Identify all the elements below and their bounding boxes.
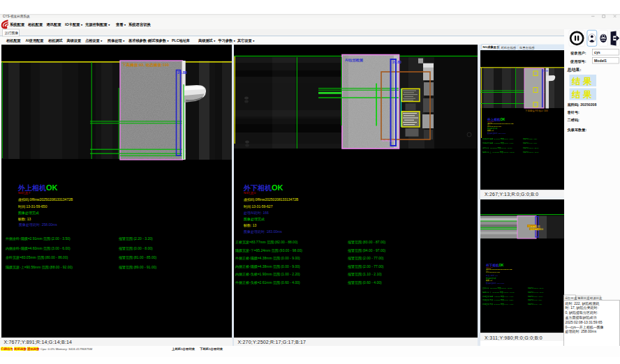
svg-text:报警范围:(2.00 - 77.00): 报警范围:(2.00 - 77.00): [348, 264, 384, 269]
svg-text:外侧余料-隔膜=2.91mm 范围:(2.00 - 3.50: 外侧余料-隔膜=2.91mm 范围:(2.00 - 3.50): [482, 137, 514, 140]
svg-text:报警范围:(0.00 - 8.00): 报警范围:(0.00 - 8.00): [523, 142, 538, 144]
svg-text:IO卡配置 ▾: IO卡配置 ▾: [65, 22, 83, 27]
svg-text:图像处理耗时: 183.00ms: 图像处理耗时: 183.00ms: [244, 229, 282, 234]
svg-text:登录用户:: 登录用户:: [570, 51, 586, 56]
svg-text:隔膜宽度-下=95.24mm 范围:(93.00 - 98.: 隔膜宽度-下=95.24mm 范围:(93.00 - 98.00): [482, 291, 515, 294]
svg-text:报警范围:(94.00 - 97.00): 报警范围:(94.00 - 97.00): [348, 248, 386, 253]
svg-text:AI拉丝检测: AI拉丝检测: [345, 58, 363, 63]
svg-text:下高阈值:93, 动态阈值:100: 下高阈值:93, 动态阈值:100: [121, 63, 169, 68]
svg-text:高级设置: 高级设置: [67, 38, 82, 43]
svg-text:底料码: 20250208: 底料码: 20250208: [567, 103, 597, 107]
svg-text:使用型号:: 使用型号:: [570, 59, 586, 64]
svg-text:通讯配置: 通讯配置: [46, 22, 62, 27]
svg-text:批量在线图: 批量在线图: [519, 46, 534, 50]
svg-text:报警范围:(2.20 - 3.20): 报警范围:(2.20 - 3.20): [119, 236, 153, 241]
svg-text:系统语言切换: 系统语言切换: [128, 22, 151, 27]
svg-text:内侧正极-负极=1.90mm 范围:(1.00 - 2.20: 内侧正极-负极=1.90mm 范围:(1.00 - 2.20): [482, 299, 514, 301]
svg-text:报警范围:(89.00 - 91.00): 报警范围:(89.00 - 91.00): [523, 150, 539, 153]
svg-text:内侧正极-负极=1.90mm 范围:(1.00 - 2.20: 内侧正极-负极=1.90mm 范围:(1.00 - 2.20): [235, 272, 300, 277]
svg-text:报警范围:(2.00 - 77.00): 报警范围:(2.00 - 77.00): [528, 295, 543, 298]
svg-text:时间:13-31-59-627: 时间:13-31-59-627: [486, 271, 500, 273]
svg-text:查看 ▾: 查看 ▾: [115, 22, 126, 27]
svg-text:Cpu: 0.0% Memory: 3424.4179687: Cpu: 0.0% Memory: 3424.41796875M: [40, 347, 93, 351]
svg-text:时间:13-31-59-627: 时间:13-31-59-627: [244, 204, 273, 209]
svg-text:报警范围:(83.00 - 87.00): 报警范围:(83.00 - 87.00): [348, 240, 386, 245]
svg-text:余料宽度=83.05mm 范围:(80.00 - 86.00: 余料宽度=83.05mm 范围:(80.00 - 86.00): [6, 255, 68, 260]
svg-text:隔膜宽度-下=95.24mm 范围:(93.00 - 98.: 隔膜宽度-下=95.24mm 范围:(93.00 - 98.00): [235, 248, 302, 253]
svg-text:处理耗时: 258.00ms: 处理耗时: 258.00ms: [566, 329, 597, 334]
svg-text:25.88: 25.88: [177, 70, 187, 75]
svg-text:系统配置: 系统配置: [9, 22, 25, 27]
svg-text:cys: cys: [594, 50, 600, 54]
svg-text:光源控制配置 ▾: 光源控制配置 ▾: [84, 22, 110, 27]
svg-text:CYS-视觉检测系统: CYS-视觉检测系统: [3, 14, 30, 19]
svg-text:通讯连接: 通讯连接: [27, 347, 40, 351]
svg-text:25.88: 25.88: [542, 70, 548, 73]
svg-text:运行图像: 运行图像: [5, 31, 19, 36]
svg-text:下高阈值:93 动态:100: 下高阈值:93 动态:100: [525, 109, 548, 112]
svg-text:外侧余料-隔膜=2.91mm 范围:(2.00 - 3.50: 外侧余料-隔膜=2.91mm 范围:(2.00 - 3.50): [6, 236, 71, 241]
svg-text:图像处理耗时: 258.00ms: 图像处理耗时: 258.00ms: [19, 222, 57, 227]
svg-text:内侧余料-隔膜=4.60mm 范围:(3.00 - 6.00: 内侧余料-隔膜=4.60mm 范围:(3.00 - 6.00): [482, 142, 514, 144]
svg-text:心跳信号: 心跳信号: [0, 347, 13, 351]
svg-text:报警范围:(89.00 - 91.00): 报警范围:(89.00 - 91.00): [119, 265, 157, 270]
svg-text:相机配置: 相机配置: [6, 38, 22, 43]
svg-text:隔膜宽度-上=90.56mm 范围:(88.00 - 92.: 隔膜宽度-上=90.56mm 范围:(88.00 - 92.00): [482, 150, 515, 153]
svg-text:报警范围:(83.00 - 87.00): 报警范围:(83.00 - 87.00): [528, 287, 544, 289]
svg-text:余料宽度=83.05mm 范围:(80.00 - 86.00: 余料宽度=83.05mm 范围:(80.00 - 86.00): [482, 146, 512, 149]
svg-text:基准线参数 ▾: 基准线参数 ▾: [128, 38, 149, 43]
svg-text:报警范围:(81.00 - 85.00): 报警范围:(81.00 - 85.00): [119, 255, 157, 260]
svg-text:正极宽度=83.77mm 范围:(82.00 - 88.00: 正极宽度=83.77mm 范围:(82.00 - 88.00): [235, 240, 298, 245]
svg-text:相机配置: 相机配置: [27, 22, 43, 27]
svg-text:时间:13-31-59-650: 时间:13-31-59-650: [18, 204, 47, 209]
svg-text:外侧正极-负极=2.61mm 范围:(0.60 - 4.00: 外侧正极-负极=2.61mm 范围:(0.60 - 4.00): [482, 303, 514, 305]
svg-text:负极耳数量:: 负极耳数量:: [567, 128, 587, 132]
svg-text:高级测试 ▾: 高级测试 ▾: [198, 38, 216, 43]
svg-text:报警范围:(94.00 - 97.00): 报警范围:(94.00 - 97.00): [528, 291, 544, 294]
svg-text:报警范围:(1.10 - 2.10): 报警范围:(1.10 - 2.10): [528, 298, 542, 301]
svg-text:Model1: Model1: [594, 59, 607, 63]
svg-text:X:270;Y:2502;R:17;G:17;B:17: X:270;Y:2502;R:17;G:17;B:17: [238, 340, 307, 344]
svg-text:相机连接: 相机连接: [13, 347, 27, 351]
svg-text:处理AI耗时: 166: 处理AI耗时: 166: [244, 211, 269, 215]
svg-text:卷针号:: 卷针号:: [567, 110, 580, 115]
svg-text:NG汇总:0: NG汇总:0: [244, 191, 256, 195]
svg-text:隔膜宽度-上=90.56mm 范围:(88.00 - 92.: 隔膜宽度-上=90.56mm 范围:(88.00 - 92.00): [6, 265, 73, 270]
svg-text:虚拟码:0fflinw2025020813313472B: 虚拟码:0fflinw2025020813313472B: [18, 197, 73, 202]
svg-text:报警范围:(0.60 - 4.00): 报警范围:(0.60 - 4.00): [348, 280, 382, 285]
svg-text:二维码:: 二维码:: [568, 118, 580, 123]
svg-text:总结果:: 总结果:: [567, 67, 582, 73]
svg-text:外侧正极-隔膜=4.38mm 范围:(0.00 - 9.00: 外侧正极-隔膜=4.38mm 范围:(0.00 - 9.00): [482, 295, 514, 298]
svg-text:学习参数 ▾: 学习参数 ▾: [219, 38, 236, 43]
svg-text:结 果: 结 果: [571, 90, 592, 100]
svg-text:帧数: 13: 帧数: 13: [18, 217, 31, 221]
svg-text:外侧正极-负极=2.61mm 范围:(0.60 - 4.00: 外侧正极-负极=2.61mm 范围:(0.60 - 4.00): [235, 280, 300, 285]
svg-text:动态阈值:100: 动态阈值:100: [530, 228, 543, 231]
svg-text:图像处理完成: 图像处理完成: [244, 217, 265, 222]
svg-text:报警范围:(0.60 - 4.00): 报警范围:(0.60 - 4.00): [528, 303, 542, 305]
svg-text:2025:02:08-13:31:59:65: 2025:02:08-13:31:59:65: [566, 320, 603, 324]
svg-text:虚拟码:0fflinw2025020813313472B: 虚拟码:0fflinw2025020813313472B: [244, 197, 299, 202]
svg-text:其它设置 ▾: 其它设置 ▾: [237, 38, 255, 43]
svg-text:图像处理 ▾: 图像处理 ▾: [108, 38, 125, 43]
svg-text:PLC地址库: PLC地址库: [172, 38, 190, 43]
svg-text:相机在线图: 相机在线图: [501, 46, 516, 50]
svg-text:28.80: 28.80: [392, 60, 401, 64]
svg-text:下高阈值:93: 下高阈值:93: [528, 225, 540, 228]
svg-text:图像处理完成: 图像处理完成: [487, 127, 498, 130]
svg-text:NG汇总:T: NG汇总:T: [18, 191, 31, 195]
svg-text:相机调试: 相机调试: [47, 38, 63, 43]
svg-text:处理AI耗时: 166: 处理AI耗时: 166: [486, 274, 499, 277]
svg-text:测试项参数 ▾: 测试项参数 ▾: [147, 38, 169, 43]
svg-text:报警范围:(81.00 - 85.00): 报警范围:(81.00 - 85.00): [523, 146, 539, 149]
svg-text:报警范围:(2.20 - 3.20): 报警范围:(2.20 - 3.20): [523, 137, 538, 140]
svg-text:图像处理完成: 图像处理完成: [18, 211, 39, 215]
svg-text:AI使用配置: AI使用配置: [26, 38, 45, 43]
svg-text:正极宽度=83.77mm 范围:(82.00 - 88.00: 正极宽度=83.77mm 范围:(82.00 - 88.00): [482, 287, 512, 289]
svg-text:X:311;Y:980;R:0;G:0;B:0: X:311;Y:980;R:0;G:0;B:0: [485, 335, 542, 340]
svg-text:内侧余料-隔膜=4.60mm 范围:(3.00 - 6.00: 内侧余料-隔膜=4.60mm 范围:(3.00 - 6.00): [6, 246, 71, 251]
svg-text:报警范围:(2.00 - 77.00): 报警范围:(2.00 - 77.00): [348, 256, 384, 261]
svg-text:点检设置 ▾: 点检设置 ▾: [85, 38, 103, 43]
svg-text:帧数: 13: 帧数: 13: [244, 223, 257, 227]
svg-text:结 果: 结 果: [571, 77, 592, 86]
